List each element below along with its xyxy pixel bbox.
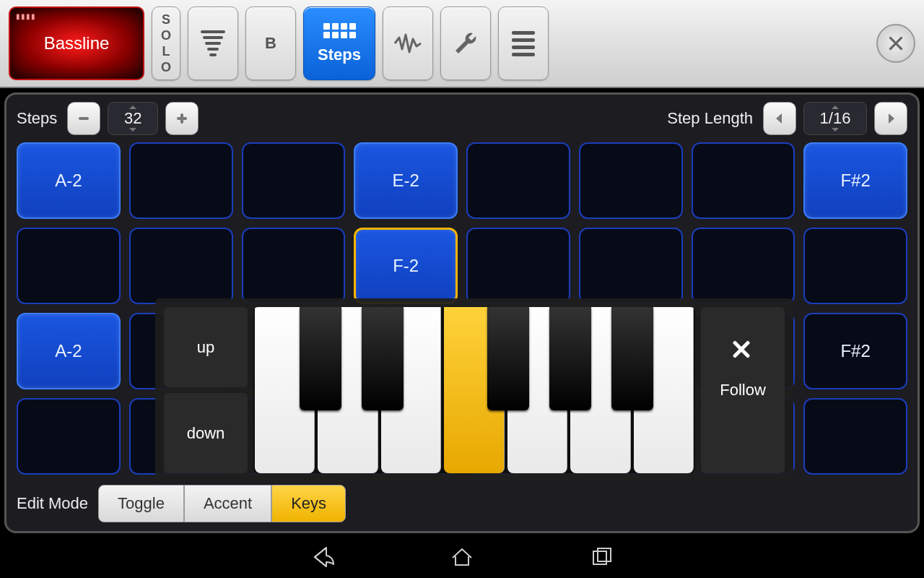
controls-row: Steps 32 Step Length 1/16 [17, 102, 907, 135]
svg-rect-2 [180, 113, 183, 124]
step-cell[interactable]: A-2 [17, 142, 121, 219]
step-cell[interactable]: F#2 [803, 313, 907, 389]
steps-tab[interactable]: Steps [303, 7, 375, 80]
steps-plus-button[interactable] [165, 102, 199, 135]
svg-rect-0 [79, 117, 89, 120]
step-cell[interactable] [803, 398, 907, 475]
home-icon[interactable] [450, 545, 474, 569]
android-navbar [0, 536, 924, 578]
edit-mode-row: Edit Mode ToggleAccentKeys [17, 485, 907, 522]
octave-up-button[interactable]: up [164, 307, 248, 387]
step-cell[interactable] [17, 228, 121, 304]
back-icon[interactable] [310, 545, 334, 569]
mixer-button[interactable] [188, 7, 238, 80]
svg-rect-4 [598, 548, 611, 561]
wrench-icon [451, 29, 480, 58]
step-cell[interactable] [692, 142, 796, 219]
recents-icon[interactable] [590, 545, 614, 569]
track-button[interactable]: ▮▮▮▮ Bassline [9, 7, 144, 80]
steplen-prev-button[interactable] [763, 102, 796, 135]
waveform-button[interactable] [383, 7, 433, 80]
menu-button[interactable] [498, 7, 549, 80]
steplen-label: Step Length [667, 109, 753, 128]
step-cell[interactable] [692, 228, 796, 304]
waveform-icon [393, 29, 422, 58]
track-mini-icon: ▮▮▮▮ [16, 12, 36, 20]
piano-keyboard [253, 307, 695, 473]
steps-grid-icon [323, 23, 356, 38]
edit-mode-accent[interactable]: Accent [184, 485, 271, 522]
solo-button[interactable]: S O L O [152, 7, 180, 80]
step-cell[interactable] [579, 228, 683, 304]
step-cell[interactable]: A-2 [17, 313, 121, 389]
black-key[interactable] [300, 307, 341, 410]
track-name: Bassline [44, 33, 110, 53]
black-key[interactable] [362, 307, 404, 410]
mixer-icon [201, 30, 225, 56]
step-cell[interactable]: E-2 [354, 142, 458, 219]
step-cell[interactable]: F#2 [803, 142, 907, 219]
steplen-next-button[interactable] [874, 102, 907, 135]
settings-button[interactable] [440, 7, 491, 80]
pattern-button[interactable]: B [245, 7, 296, 80]
close-icon [886, 34, 905, 53]
svg-rect-3 [593, 551, 606, 564]
edit-mode-toggle[interactable]: Toggle [98, 485, 184, 522]
steplen-value[interactable]: 1/16 [803, 102, 867, 135]
close-button[interactable] [876, 24, 915, 63]
steps-value[interactable]: 32 [108, 102, 158, 135]
top-toolbar: ▮▮▮▮ Bassline S O L O B Steps [0, 0, 924, 88]
step-cell[interactable]: F-2 [354, 228, 458, 304]
edit-mode-keys[interactable]: Keys [271, 485, 346, 522]
step-cell[interactable] [129, 228, 233, 304]
black-key[interactable] [487, 307, 529, 410]
step-cell[interactable] [17, 398, 121, 475]
edit-mode-label: Edit Mode [17, 494, 88, 513]
black-key[interactable] [549, 307, 591, 410]
step-cell[interactable] [579, 142, 683, 219]
step-cell[interactable] [466, 228, 570, 304]
step-cell[interactable] [129, 142, 233, 219]
octave-down-button[interactable]: down [164, 393, 248, 473]
steps-label: Steps [17, 109, 57, 128]
step-cell[interactable] [242, 228, 346, 304]
step-cell[interactable] [803, 228, 907, 304]
sequencer-panel: Steps 32 Step Length 1/16 A-2E-2F#2F-2A-… [4, 92, 920, 533]
step-cell[interactable] [466, 142, 570, 219]
keys-popup: up down Follow [155, 298, 793, 482]
menu-icon [512, 31, 535, 56]
step-cell[interactable] [242, 142, 346, 219]
steps-minus-button[interactable] [67, 102, 100, 135]
black-key[interactable] [611, 307, 653, 410]
popup-close-button[interactable] [699, 309, 783, 389]
